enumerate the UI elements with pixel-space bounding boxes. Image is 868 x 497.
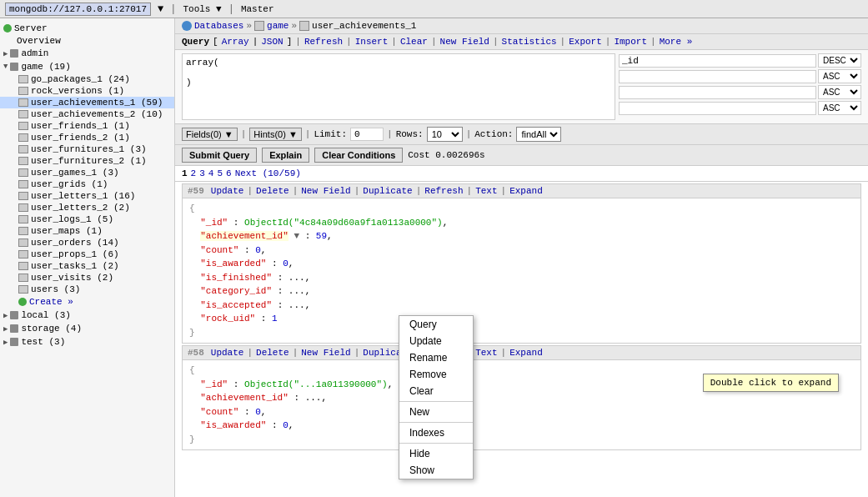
sidebar-collection-user_friends_2[interactable]: user_friends_2 (1) xyxy=(0,132,174,143)
query-refresh-link[interactable]: Refresh xyxy=(304,37,343,47)
hints-button[interactable]: Hints(0) ▼ xyxy=(249,128,301,141)
sidebar-collection-user_friends_1[interactable]: user_friends_1 (1) xyxy=(0,120,174,132)
record-58-text[interactable]: Text xyxy=(475,348,497,358)
sidebar-db-local[interactable]: ▶ local (3) xyxy=(0,309,174,322)
query-clear-link[interactable]: Clear xyxy=(400,37,428,47)
record-58-new-field[interactable]: New Field xyxy=(301,348,350,358)
connection-string[interactable]: mongodb://127.0.0.1:27017 xyxy=(5,3,151,16)
connection-arrow[interactable]: ▼ xyxy=(158,3,163,15)
query-insert-link[interactable]: Insert xyxy=(355,37,389,47)
collection-icon xyxy=(18,110,28,118)
action-select[interactable]: findAll find xyxy=(516,127,561,142)
record-59-delete[interactable]: Delete xyxy=(256,186,289,196)
sidebar-item-overview[interactable]: Overview xyxy=(0,35,174,47)
record-59-update[interactable]: Update xyxy=(211,186,244,196)
context-menu-new[interactable]: New xyxy=(399,404,473,420)
limit-label: Limit: xyxy=(314,129,347,139)
page-5[interactable]: 5 xyxy=(217,168,223,178)
explain-button[interactable]: Explain xyxy=(262,148,309,163)
context-menu-indexes[interactable]: Indexes xyxy=(399,424,473,441)
record-58-delete[interactable]: Delete xyxy=(256,348,289,358)
sort-field-4[interactable] xyxy=(619,102,816,115)
sidebar-collection-user_maps[interactable]: user_maps (1) xyxy=(0,225,174,237)
record-59-expand[interactable]: Expand xyxy=(509,186,543,196)
query-input[interactable]: array( ) xyxy=(182,53,615,120)
breadcrumb-collection: user_achievements_1 xyxy=(312,21,416,31)
sidebar-collection-user_letters_2[interactable]: user_letters_2 (2) xyxy=(0,202,174,213)
sort-select-4[interactable]: ASC DESC xyxy=(818,101,861,115)
context-menu-update[interactable]: Update xyxy=(399,333,473,349)
sidebar-db-storage[interactable]: ▶ storage (4) xyxy=(0,322,174,335)
query-json-link[interactable]: JSON xyxy=(261,37,283,47)
submit-query-button[interactable]: Submit Query xyxy=(182,148,257,163)
sidebar-collection-rock_versions[interactable]: rock_versions (1) xyxy=(0,85,174,97)
sidebar-collection-user_tasks_1[interactable]: user_tasks_1 (2) xyxy=(0,260,174,272)
sort-field-3[interactable] xyxy=(619,86,816,99)
db-game-label: game (19) xyxy=(21,62,70,72)
collection-icon xyxy=(18,133,28,142)
sidebar-collection-users[interactable]: users (3) xyxy=(0,284,174,295)
tooltip-expand: Double click to expand xyxy=(703,374,839,392)
sidebar-collection-user_visits[interactable]: user_visits (2) xyxy=(0,272,174,284)
collection-icon xyxy=(18,87,28,95)
record-59-refresh[interactable]: Refresh xyxy=(424,186,463,196)
sidebar-create-link[interactable]: Create » xyxy=(0,295,174,309)
query-export-link[interactable]: Export xyxy=(569,37,602,47)
page-3[interactable]: 3 xyxy=(199,168,205,178)
context-menu-remove[interactable]: Remove xyxy=(399,366,473,383)
sidebar-collection-user_props_1[interactable]: user_props_1 (6) xyxy=(0,248,174,260)
sidebar-collection-user_orders[interactable]: user_orders (14) xyxy=(0,237,174,248)
query-import-link[interactable]: Import xyxy=(614,37,647,47)
breadcrumb-db-icon xyxy=(182,21,192,31)
sidebar-db-test[interactable]: ▶ test (3) xyxy=(0,335,174,349)
context-menu-rename[interactable]: Rename xyxy=(399,349,473,366)
next-link[interactable]: Next (10/59) xyxy=(235,168,301,178)
sidebar-collection-user_achievements_2[interactable]: user_achievements_2 (10) xyxy=(0,108,174,120)
context-menu-query[interactable]: Query xyxy=(399,316,473,333)
sidebar-collection-user_logs_1[interactable]: user_logs_1 (5) xyxy=(0,213,174,225)
record-59-duplicate[interactable]: Duplicate xyxy=(363,186,412,196)
collection-icon xyxy=(18,227,28,235)
db-icon-test xyxy=(10,338,18,346)
sidebar-collection-user_grids[interactable]: user_grids (1) xyxy=(0,178,174,190)
sidebar-collection-user_games_1[interactable]: user_games_1 (3) xyxy=(0,167,174,178)
context-menu-hide[interactable]: Hide xyxy=(399,445,473,462)
query-statistics-link[interactable]: Statistics xyxy=(502,37,557,47)
page-6[interactable]: 6 xyxy=(226,168,232,178)
collection-icon xyxy=(18,168,28,177)
sidebar: Server Overview ▶ admin ▼ game (19) go_p… xyxy=(0,18,175,497)
page-2[interactable]: 2 xyxy=(191,168,197,178)
sort-select-2[interactable]: ASC DESC xyxy=(818,69,861,83)
limit-input[interactable] xyxy=(350,128,384,141)
record-59-text[interactable]: Text xyxy=(475,186,497,196)
context-menu-sep-2 xyxy=(399,422,473,423)
context-menu-clear[interactable]: Clear xyxy=(399,383,473,399)
sidebar-collection-go_packages_1[interactable]: go_packages_1 (24) xyxy=(0,73,174,85)
context-menu-show[interactable]: Show xyxy=(399,462,473,479)
breadcrumb-game[interactable]: game xyxy=(267,21,288,31)
clear-conditions-button[interactable]: Clear Conditions xyxy=(314,148,403,163)
sidebar-db-admin[interactable]: ▶ admin xyxy=(0,47,174,60)
query-more-link[interactable]: More » xyxy=(660,37,693,47)
query-array-link[interactable]: Array xyxy=(222,37,249,47)
sidebar-db-game[interactable]: ▼ game (19) xyxy=(0,60,174,73)
sidebar-collection-user_achievements_1[interactable]: user_achievements_1 (59) xyxy=(0,97,174,108)
sidebar-collection-user_furnitures_2[interactable]: user_furnitures_2 (1) xyxy=(0,155,174,167)
breadcrumb-databases[interactable]: Databases xyxy=(194,21,243,31)
sort-field-2[interactable] xyxy=(619,70,816,83)
sort-select-1[interactable]: DESC ASC xyxy=(818,53,861,68)
record-59-new-field[interactable]: New Field xyxy=(301,186,350,196)
tools-menu[interactable]: Tools ▼ xyxy=(183,4,221,14)
sidebar-collection-user_letters_1[interactable]: user_letters_1 (16) xyxy=(0,190,174,202)
page-4[interactable]: 4 xyxy=(208,168,214,178)
sort-field-1[interactable] xyxy=(619,54,816,68)
fields-button[interactable]: Fields(0) ▼ xyxy=(182,128,238,141)
sort-select-3[interactable]: ASC DESC xyxy=(818,85,861,99)
record-58-expand[interactable]: Expand xyxy=(509,348,543,358)
record-58-update[interactable]: Update xyxy=(211,348,244,358)
page-1[interactable]: 1 xyxy=(182,168,188,178)
sidebar-item-server[interactable]: Server xyxy=(0,22,174,35)
query-new-field-link[interactable]: New Field xyxy=(440,37,489,47)
sidebar-collection-user_furnitures_1[interactable]: user_furnitures_1 (3) xyxy=(0,143,174,155)
rows-select[interactable]: 10 25 50 100 xyxy=(427,127,463,142)
